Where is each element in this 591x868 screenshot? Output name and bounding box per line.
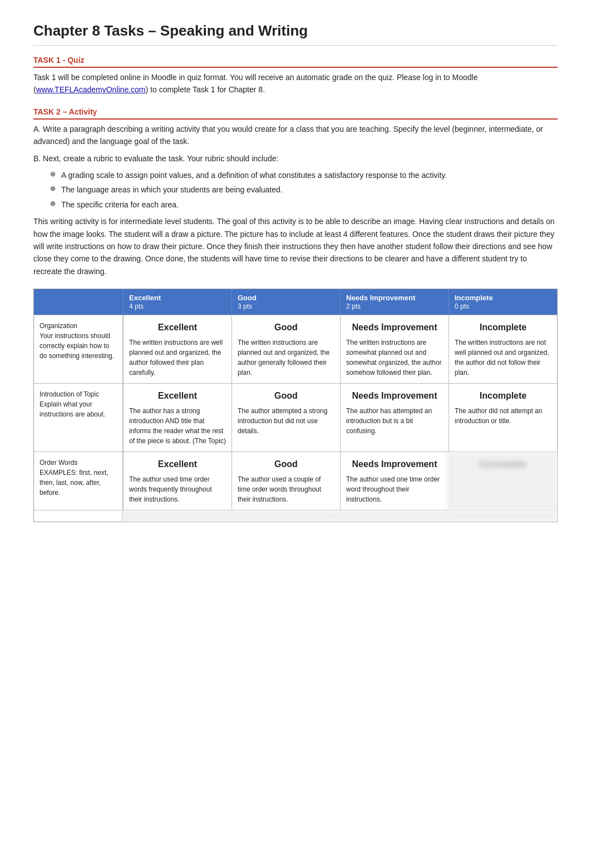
rubric-row-label: Order WordsEXAMPLES: first, next, then, …	[34, 452, 123, 510]
rubric-cell: Incomplete	[449, 452, 557, 510]
rubric-cell: Needs ImprovementThe author used one tim…	[340, 452, 449, 510]
rubric-desc: The written instructions are not well pl…	[455, 339, 549, 376]
rubric-cell: ExcellentThe author has a strong introdu…	[123, 384, 232, 452]
rubric-cell	[449, 510, 557, 522]
task1-body: Task 1 will be completed online in Moodl…	[33, 71, 558, 96]
task1-heading: TASK 1 - Quiz	[33, 56, 558, 68]
rubric-row-label: OrganizationYour instructions should cor…	[34, 315, 123, 383]
rubric-header: Excellent4 ptsGood3 ptsNeeds Improvement…	[34, 289, 557, 315]
rubric-desc: The author used one time order word thro…	[346, 475, 440, 503]
rubric-table: Excellent4 ptsGood3 ptsNeeds Improvement…	[33, 289, 558, 522]
rubric-grade-label: Needs Improvement	[346, 389, 443, 403]
rubric-desc: The author used a couple of time order w…	[238, 475, 321, 503]
rubric-header-cell: Good3 pts	[232, 289, 340, 315]
activity-paragraph: This writing activity is for intermediat…	[33, 215, 558, 277]
rubric-grade-label: Excellent	[129, 389, 226, 403]
rubric-cell	[232, 510, 340, 522]
bullet-item: The specific criteria for each area.	[50, 199, 558, 211]
page-title: Chapter 8 Tasks – Speaking and Writing	[33, 22, 558, 46]
rubric-row-label: Introduction of TopicExplain what your i…	[34, 384, 123, 452]
task2-part-a: A. Write a paragraph describing a writin…	[33, 123, 558, 148]
rubric-cell: ExcellentThe author used time order word…	[123, 452, 232, 510]
rubric-desc: The author did not attempt an introducti…	[455, 407, 542, 425]
rubric-grade-label: Needs Improvement	[346, 321, 443, 334]
rubric-cell: IncompleteThe author did not attempt an …	[449, 384, 557, 452]
task2-part-b: B. Next, create a rubric to evaluate the…	[33, 152, 558, 165]
rubric-grade-label: Excellent	[129, 321, 226, 334]
rubric-cell: ExcellentThe written instructions are we…	[123, 315, 232, 383]
rubric-row	[34, 510, 557, 522]
bullet-item: A grading scale to assign point values, …	[50, 169, 558, 181]
rubric-grade-label: Incomplete	[455, 458, 551, 471]
rubric-cell	[340, 510, 449, 522]
rubric-cell: Needs ImprovementThe author has attempte…	[340, 384, 449, 452]
rubric-row: Introduction of TopicExplain what your i…	[34, 383, 557, 452]
rubric-grade-label: Excellent	[129, 458, 226, 471]
bullet-item: The language areas in which your student…	[50, 183, 558, 196]
rubric-cell	[123, 510, 232, 522]
rubric-header-cell: Needs Improvement2 pts	[340, 289, 449, 315]
rubric-empty-header	[34, 289, 123, 315]
task2-heading: TASK 2 – Activity	[33, 107, 558, 120]
rubric-desc: The author used time order words frequen…	[129, 475, 212, 503]
rubric-grade-label: Good	[238, 321, 334, 334]
rubric-grade-label: Incomplete	[455, 389, 551, 403]
task2-section: TASK 2 – Activity A. Write a paragraph d…	[33, 107, 558, 277]
rubric-row-label	[34, 510, 123, 522]
rubric-desc: The written instructions are somewhat pl…	[346, 339, 441, 376]
rubric-header-cell: Incomplete0 pts	[449, 289, 557, 315]
task2-bullet-list: A grading scale to assign point values, …	[50, 169, 558, 211]
rubric-cell: GoodThe author used a couple of time ord…	[232, 452, 340, 510]
rubric-desc: The written instructions are planned out…	[238, 339, 329, 376]
rubric-header-cell: Excellent4 pts	[123, 289, 232, 315]
rubric-desc: The author attempted a strong introducti…	[238, 407, 327, 435]
rubric-row: OrganizationYour instructions should cor…	[34, 315, 557, 383]
rubric-grade-label: Needs Improvement	[346, 458, 443, 471]
rubric-grade-label: Good	[238, 458, 334, 471]
rubric-desc: The author has attempted an introduction…	[346, 407, 432, 435]
rubric-desc: The written instructions are well planne…	[129, 339, 223, 376]
rubric-grade-label: Incomplete	[455, 321, 551, 334]
rubric-cell: IncompleteThe written instructions are n…	[449, 315, 557, 383]
rubric-row: Order WordsEXAMPLES: first, next, then, …	[34, 452, 557, 510]
task1-link[interactable]: www.TEFLAcademyOnline.com	[36, 85, 146, 94]
rubric-grade-label: Good	[238, 389, 334, 403]
rubric-cell: GoodThe author attempted a strong introd…	[232, 384, 340, 452]
rubric-cell: Needs ImprovementThe written instruction…	[340, 315, 449, 383]
task1-section: TASK 1 - Quiz Task 1 will be completed o…	[33, 56, 558, 96]
rubric-desc: The author has a strong introduction AND…	[129, 407, 226, 445]
rubric-cell: GoodThe written instructions are planned…	[232, 315, 340, 383]
